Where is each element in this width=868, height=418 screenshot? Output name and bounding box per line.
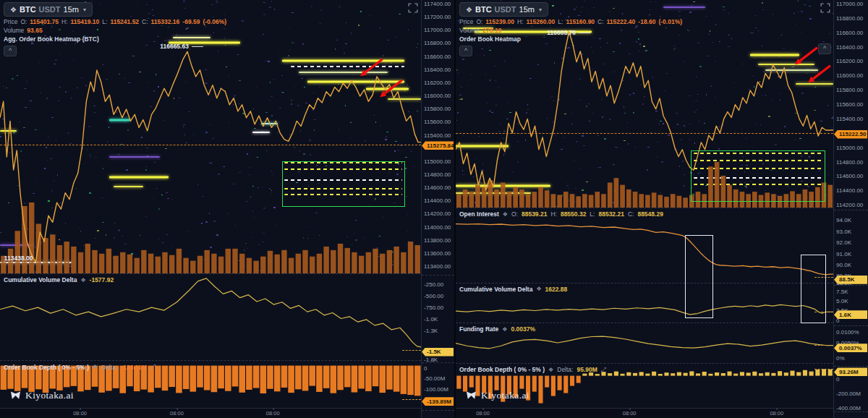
cvd-title: Cumulative Volume Delta bbox=[4, 276, 77, 283]
left-axis-corner bbox=[422, 410, 454, 418]
price-line-chart bbox=[0, 0, 421, 273]
collapse-button-right[interactable]: ^ bbox=[818, 43, 831, 54]
funding-last-value-dash bbox=[814, 345, 833, 346]
right-depth-axis[interactable]: 0-200.00M-400.00M93.26M bbox=[834, 366, 868, 411]
exchange-diamond-icon: ❖ bbox=[536, 286, 541, 292]
panel-left: ❖ BTCUSDT 15m ▾ Price O:115401.75 H:1154… bbox=[0, 0, 454, 418]
kiyotaka-butterfly-icon bbox=[10, 391, 21, 400]
expand-diagonal-icon[interactable]: ⤢ bbox=[601, 366, 606, 374]
collapse-chevron-icon: ^ bbox=[9, 47, 12, 54]
kiyotaka-logo: Kiyotaka.ai bbox=[466, 390, 529, 401]
right-cvd-axis[interactable]: 7.5K5.0K2.5K01.6K bbox=[834, 285, 868, 325]
right-axis-column: 117000.00116800.00116600.00116400.001162… bbox=[833, 0, 868, 418]
time-tick: 08:00 bbox=[266, 410, 280, 417]
oi-low-value: 88532.21 bbox=[598, 210, 624, 218]
oi-high-label: H: bbox=[550, 210, 557, 218]
low-price-line bbox=[0, 262, 72, 263]
depth-header: Order Book Depth ( 0% - 5% ) ❖ Delta: -1… bbox=[4, 363, 156, 371]
oi-open-value: 88539.21 bbox=[522, 210, 547, 218]
exchange-diamond-icon: ❖ bbox=[93, 364, 98, 370]
red-arrow-annotation bbox=[358, 57, 386, 77]
fullscreen-icon bbox=[408, 3, 418, 13]
exchange-diamond-icon: ❖ bbox=[502, 326, 507, 333]
right-time-axis[interactable]: 08:00 08:00 08:00 bbox=[456, 408, 833, 418]
panel-right: ❖ BTCUSDT 15m ▾ Price O:115239.00 H:1152… bbox=[454, 0, 868, 418]
oi-title: Open Interest bbox=[459, 210, 499, 218]
delta-label: Delta: bbox=[557, 366, 573, 373]
fullscreen-icon bbox=[820, 3, 830, 13]
cvd-line-chart bbox=[0, 274, 421, 360]
right-oi-pane[interactable]: Open Interest ❖ O:88539.21 H:88550.32 L:… bbox=[456, 208, 833, 282]
oi-close-value: 88548.29 bbox=[637, 210, 663, 218]
left-cvd-pane[interactable]: Cumulative Volume Delta ❖ -1577.92 bbox=[0, 273, 421, 360]
right-price-axis[interactable]: 117000.00116800.00116600.00116400.001162… bbox=[834, 0, 868, 210]
fullscreen-button[interactable] bbox=[820, 3, 830, 13]
left-depth-pane[interactable]: Order Book Depth ( 0% - 5% ) ❖ Delta: -1… bbox=[0, 360, 421, 408]
left-cvd-axis[interactable]: -250.00-500.00-750.00-1.0K-1.3K-1.8K-1.5… bbox=[422, 275, 454, 362]
kiyotaka-butterfly-icon bbox=[466, 391, 477, 400]
red-arrow-annotation bbox=[378, 78, 405, 98]
symbol-base: BTC bbox=[475, 5, 492, 14]
delta-label: Delta: bbox=[101, 364, 117, 371]
right-funding-pane[interactable]: Funding Rate ❖ 0.0037% bbox=[456, 323, 833, 363]
left-axis-column: 117400.00117200.00117000.00116800.001166… bbox=[421, 0, 454, 418]
interval-label: 15m bbox=[519, 5, 535, 14]
depth-last-value-dash bbox=[402, 399, 421, 400]
cvd-header: Cumulative Volume Delta ❖ -1577.92 bbox=[4, 276, 114, 283]
right-cvd-pane[interactable]: Cumulative Volume Delta ❖ 1622.88 bbox=[456, 283, 833, 323]
right-price-chart-pane[interactable]: ❖ BTCUSDT 15m ▾ Price O:115239.00 H:1152… bbox=[456, 0, 833, 208]
depth-last-value-dash bbox=[814, 369, 833, 370]
depth-header: Order Book Depth ( 0% - 5% ) ❖ Delta: 95… bbox=[459, 366, 606, 374]
price-line-chart bbox=[456, 0, 833, 208]
expand-diagonal-icon[interactable]: ⤢ bbox=[150, 363, 156, 371]
right-depth-pane[interactable]: Order Book Depth ( 0% - 5% ) ❖ Delta: 95… bbox=[456, 363, 833, 408]
oi-high-value: 88550.32 bbox=[561, 210, 586, 218]
symbol-quote: USDT bbox=[39, 5, 61, 14]
symbol-selector[interactable]: ❖ BTCUSDT 15m ▾ bbox=[4, 2, 93, 17]
left-time-axis[interactable]: 08:00 08:00 08:00 bbox=[0, 408, 421, 418]
collapse-button[interactable]: ^ bbox=[4, 46, 17, 56]
delta-value: -136.11M bbox=[121, 364, 146, 371]
symbol-selector[interactable]: ❖ BTCUSDT 15m ▾ bbox=[459, 2, 548, 17]
right-axis-corner bbox=[834, 411, 868, 418]
cvd-title: Cumulative Volume Delta bbox=[459, 286, 532, 293]
symbol-quote: USDT bbox=[495, 5, 516, 14]
brand-name: Kiyotaka.ai bbox=[481, 390, 529, 401]
right-oi-axis[interactable]: 94.0K93.0K92.0K91.0K90.0K89.0K88.0K88.5K bbox=[834, 210, 868, 285]
collapse-button[interactable]: ^ bbox=[459, 46, 472, 56]
exchange-diamond-icon: ❖ bbox=[548, 367, 553, 373]
right-charts-column: ❖ BTCUSDT 15m ▾ Price O:115239.00 H:1152… bbox=[456, 0, 833, 418]
cvd-value: -1577.92 bbox=[90, 276, 114, 283]
time-tick: 08:00 bbox=[476, 410, 490, 417]
exchange-diamond-icon: ❖ bbox=[80, 277, 85, 283]
price-low-label: 113438.00 bbox=[4, 255, 33, 262]
interval-label: 15m bbox=[64, 5, 79, 14]
fullscreen-button[interactable] bbox=[408, 3, 418, 13]
red-arrow-annotation bbox=[806, 64, 833, 84]
funding-title: Funding Rate bbox=[459, 325, 498, 333]
oi-close-label: C: bbox=[628, 210, 634, 218]
time-tick: 08:00 bbox=[73, 410, 87, 417]
oi-header: Open Interest ❖ O:88539.21 H:88550.32 L:… bbox=[459, 210, 663, 218]
oi-low-label: L: bbox=[590, 210, 595, 218]
price-peak-label: 116665.63 bbox=[160, 43, 203, 50]
left-price-chart-pane[interactable]: ❖ BTCUSDT 15m ▾ Price O:115401.75 H:1154… bbox=[0, 0, 421, 273]
funding-value: 0.0037% bbox=[511, 325, 535, 333]
oi-open-label: O: bbox=[511, 210, 518, 218]
time-tick: 08:00 bbox=[170, 410, 184, 417]
right-funding-axis[interactable]: 0.0100%0.0050%0%0.0037% bbox=[834, 325, 868, 366]
funding-header: Funding Rate ❖ 0.0037% bbox=[459, 325, 535, 333]
left-price-axis[interactable]: 117400.00117200.00117000.00116800.001166… bbox=[422, 0, 454, 275]
last-price-line bbox=[0, 145, 421, 145]
kiyotaka-logo: Kiyotaka.ai bbox=[10, 390, 74, 401]
chevron-down-icon: ▾ bbox=[539, 7, 542, 13]
left-depth-axis[interactable]: 0-50.00M-100.00M-139.89M bbox=[422, 362, 454, 410]
chevron-down-icon: ▾ bbox=[83, 7, 86, 13]
cvd-last-value-dash bbox=[402, 350, 421, 351]
delta-value: 95.90M bbox=[576, 366, 597, 373]
exchange-diamond-icon: ❖ bbox=[503, 211, 508, 218]
exchange-icon: ❖ bbox=[10, 6, 17, 14]
depth-title: Order Book Depth ( 0% - 5% ) bbox=[4, 364, 89, 371]
depth-title: Order Book Depth ( 0% - 5% ) bbox=[459, 366, 545, 373]
open-interest-line-chart bbox=[456, 208, 833, 282]
